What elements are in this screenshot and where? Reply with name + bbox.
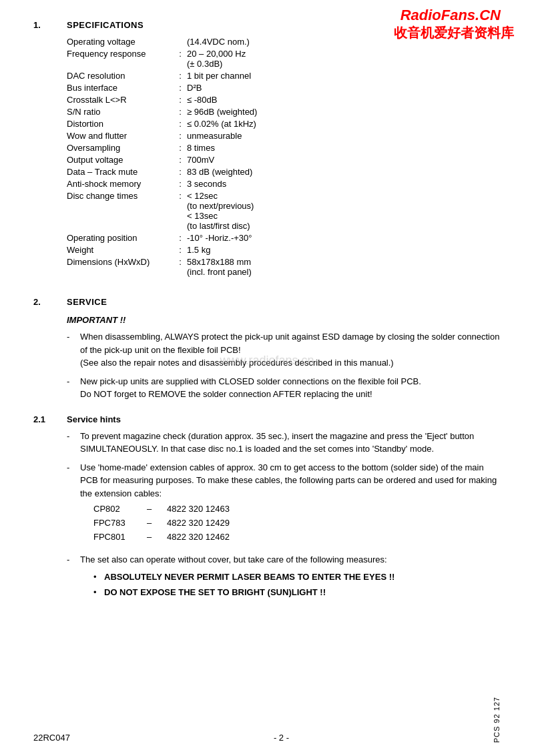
watermark-url: www.radiofans.cn bbox=[220, 354, 314, 368]
spec-value-dac: 1 bit per channel bbox=[187, 71, 251, 81]
spec-label-disc-change: Disc change times bbox=[67, 191, 174, 201]
parts-code: FPC801 bbox=[93, 530, 140, 544]
spec-row-frequency: Frequency response : 20 – 20,000 Hz (± 0… bbox=[67, 49, 501, 69]
list-item: - The set also can operate without cover… bbox=[67, 553, 501, 602]
specs-table: Operating voltage (14.4VDC nom.) Frequen… bbox=[67, 37, 501, 277]
spec-label-crosstalk: Crosstalk L<>R bbox=[67, 95, 174, 105]
dot-content: ABSOLUTELY NEVER PERMIT LASER BEAMS TO E… bbox=[104, 571, 394, 584]
dot-bullet: • bbox=[93, 571, 104, 584]
spec-row-weight: Weight : 1.5 kg bbox=[67, 245, 501, 255]
spec-row-output: Output voltage : 700mV bbox=[67, 155, 501, 165]
spec-value-data-track: 83 dB (weighted) bbox=[187, 167, 252, 177]
section2-important: IMPORTANT !! bbox=[67, 315, 501, 325]
spec-value-output: 700mV bbox=[187, 155, 214, 165]
section1-number: 1. bbox=[33, 20, 53, 30]
spec-label-output: Output voltage bbox=[67, 155, 174, 165]
spec-label-weight: Weight bbox=[67, 245, 174, 255]
parts-dash: – bbox=[147, 516, 160, 530]
spec-value-weight: 1.5 kg bbox=[187, 245, 210, 255]
spec-label-dimensions: Dimensions (HxWxD) bbox=[67, 257, 174, 267]
spec-row-data-track: Data – Track mute : 83 dB (weighted) bbox=[67, 167, 501, 177]
footer-left: 22RC047 bbox=[33, 733, 70, 743]
parts-row: CP802 – 4822 320 12463 bbox=[93, 502, 501, 516]
watermark-line1: RadioFans.CN bbox=[400, 7, 501, 24]
spec-label-antishock: Anti-shock memory bbox=[67, 179, 174, 189]
bullet-dash: - bbox=[67, 330, 80, 344]
dot-content: DO NOT EXPOSE THE SET TO BRIGHT (SUN)LIG… bbox=[104, 586, 326, 599]
spec-row-wow: Wow and flutter : unmeasurable bbox=[67, 131, 501, 141]
spec-value-bus: D²B bbox=[187, 83, 202, 93]
spec-row-oversampling: Oversampling : 8 times bbox=[67, 143, 501, 153]
bullet-dash: - bbox=[67, 461, 80, 474]
spec-label-data-track: Data – Track mute bbox=[67, 167, 174, 177]
spec-label-distortion: Distortion bbox=[67, 119, 174, 129]
spec-value-crosstalk: ≤ -80dB bbox=[187, 95, 217, 105]
section2-1-bullet-list: - To prevent magazine check (duration ap… bbox=[67, 430, 501, 602]
parts-code: CP802 bbox=[93, 502, 140, 516]
spec-row-dac: DAC resolution : 1 bit per channel bbox=[67, 71, 501, 81]
spec-value-antishock: 3 seconds bbox=[187, 179, 226, 189]
section2-title: SERVICE bbox=[67, 297, 107, 307]
spec-value-oversampling: 8 times bbox=[187, 143, 215, 153]
spec-row-disc-change: Disc change times : < 12sec (to next/pre… bbox=[67, 191, 501, 231]
spec-value-sn: ≥ 96dB (weighted) bbox=[187, 107, 257, 117]
watermark-line2: 收音机爱好者资料库 bbox=[394, 24, 514, 42]
bullet-dash: - bbox=[67, 375, 80, 388]
parts-num: 4822 320 12462 bbox=[167, 530, 230, 544]
spec-value-disc-change: < 12sec (to next/previous) < 13sec (to l… bbox=[187, 191, 254, 231]
bullet-content: Use 'home-made' extension cables of appr… bbox=[80, 461, 501, 548]
dot-bullet: • bbox=[93, 586, 104, 599]
spec-value-wow: unmeasurable bbox=[187, 131, 242, 141]
section2-1-title: Service hints bbox=[67, 414, 121, 424]
spec-value-frequency: 20 – 20,000 Hz (± 0.3dB) bbox=[187, 49, 246, 69]
parts-dash: – bbox=[147, 530, 160, 544]
parts-num: 4822 320 12463 bbox=[167, 502, 230, 516]
spec-row-crosstalk: Crosstalk L<>R : ≤ -80dB bbox=[67, 95, 501, 105]
spec-label-oversampling: Oversampling bbox=[67, 143, 174, 153]
bullet-dash: - bbox=[67, 553, 80, 566]
parts-row: FPC783 – 4822 320 12429 bbox=[93, 516, 501, 530]
list-item: - Use 'home-made' extension cables of ap… bbox=[67, 461, 501, 548]
bullet-dash: - bbox=[67, 430, 80, 443]
parts-row: FPC801 – 4822 320 12462 bbox=[93, 530, 501, 544]
spec-label-operating-voltage: Operating voltage bbox=[67, 37, 174, 47]
list-item: - New pick-up units are supplied with CL… bbox=[67, 375, 501, 401]
parts-num: 4822 320 12429 bbox=[167, 516, 230, 530]
spec-row-distortion: Distortion : ≤ 0.02% (at 1kHz) bbox=[67, 119, 501, 129]
spec-value-distortion: ≤ 0.02% (at 1kHz) bbox=[187, 119, 256, 129]
spec-value-dimensions: 58x178x188 mm (incl. front panel) bbox=[187, 257, 252, 277]
section2-1-header: 2.1 Service hints bbox=[33, 414, 501, 424]
section2: 2. SERVICE IMPORTANT !! - When disassemb… bbox=[33, 297, 501, 401]
bullet-content: The set also can operate without cover, … bbox=[80, 553, 501, 602]
section2-header: 2. SERVICE bbox=[33, 297, 501, 307]
section2-number: 2. bbox=[33, 297, 53, 307]
list-item: • ABSOLUTELY NEVER PERMIT LASER BEAMS TO… bbox=[93, 571, 501, 584]
bullet-content: New pick-up units are supplied with CLOS… bbox=[80, 375, 501, 401]
parts-code: FPC783 bbox=[93, 516, 140, 530]
list-item: • DO NOT EXPOSE THE SET TO BRIGHT (SUN)L… bbox=[93, 586, 501, 599]
spec-label-dac: DAC resolution bbox=[67, 71, 174, 81]
parts-dash: – bbox=[147, 502, 160, 516]
spec-row-bus: Bus interface : D²B bbox=[67, 83, 501, 93]
section1-title: SPECIFICATIONS bbox=[67, 20, 144, 30]
footer-center: - 2 - bbox=[274, 733, 289, 743]
spec-label-wow: Wow and flutter bbox=[67, 131, 174, 141]
spec-label-sn: S/N ratio bbox=[67, 107, 174, 117]
spec-row-operating-position: Operating position : -10° -Horiz.-+30° bbox=[67, 233, 501, 243]
section2-1-number: 2.1 bbox=[33, 414, 53, 424]
spec-row-dimensions: Dimensions (HxWxD) : 58x178x188 mm (incl… bbox=[67, 257, 501, 277]
footer-right: PCS 92 127 bbox=[493, 697, 501, 743]
spec-label-operating-position: Operating position bbox=[67, 233, 174, 243]
spec-value-operating-voltage: (14.4VDC nom.) bbox=[187, 37, 250, 47]
spec-label-frequency: Frequency response bbox=[67, 49, 174, 59]
footer: 22RC047 - 2 - PCS 92 127 bbox=[0, 697, 534, 743]
section2-1: 2.1 Service hints - To prevent magazine … bbox=[33, 414, 501, 602]
spec-value-operating-position: -10° -Horiz.-+30° bbox=[187, 233, 252, 243]
spec-label-bus: Bus interface bbox=[67, 83, 174, 93]
spec-row-antishock: Anti-shock memory : 3 seconds bbox=[67, 179, 501, 189]
list-item: - To prevent magazine check (duration ap… bbox=[67, 430, 501, 456]
parts-table: CP802 – 4822 320 12463 FPC783 – 4822 320… bbox=[93, 502, 501, 544]
section2-1-content: - To prevent magazine check (duration ap… bbox=[67, 430, 501, 602]
spec-row-sn: S/N ratio : ≥ 96dB (weighted) bbox=[67, 107, 501, 117]
bullet-content: To prevent magazine check (duration appr… bbox=[80, 430, 501, 456]
